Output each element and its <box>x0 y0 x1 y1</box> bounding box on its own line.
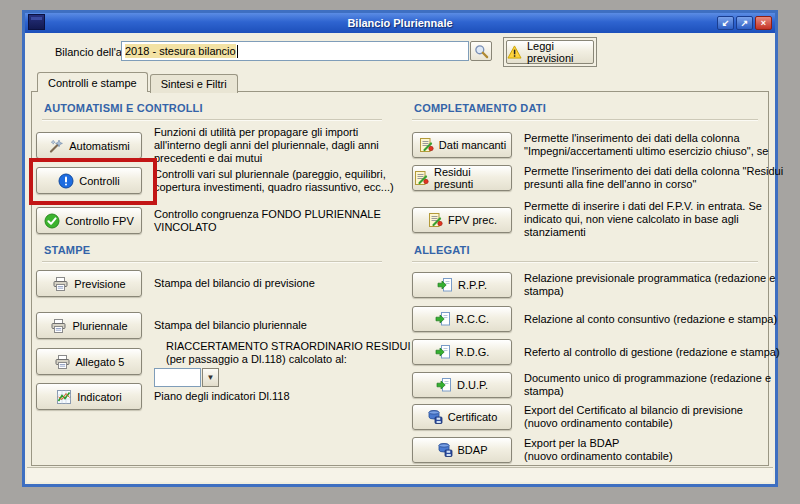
indicatori-button[interactable]: Indicatori <box>36 383 142 410</box>
tab-sintesi-e-filtri[interactable]: Sintesi e Filtri <box>150 74 238 93</box>
rcc-description: Relazione al conto consuntivo (redazione… <box>524 313 786 326</box>
section-divider <box>412 119 758 121</box>
tab-panel: AUTOMATISMI E CONTROLLI Automatismi Funz… <box>31 91 769 466</box>
row-dup: D.U.P. Documento unico di programmazione… <box>412 372 786 398</box>
search-button[interactable] <box>470 41 492 61</box>
automatismi-button[interactable]: Automatismi <box>36 132 142 159</box>
document-arrow-icon <box>436 377 452 393</box>
rdg-label: R.D.G. <box>456 346 490 358</box>
row-allegato-5: Allegato 5 <box>36 348 142 375</box>
section-title-allegati: ALLEGATI <box>414 244 470 256</box>
certificato-description: Export del Certificato al bilancio di pr… <box>524 404 786 430</box>
restore-right-button[interactable]: ↗ <box>736 16 753 30</box>
edit-document-icon <box>413 170 429 186</box>
row-rpp: R.P.P. Relazione previsionale programmat… <box>412 272 786 298</box>
status-bar <box>27 467 773 482</box>
dati-mancanti-label: Dati mancanti <box>439 139 506 151</box>
close-button[interactable]: × <box>755 16 772 30</box>
certificato-label: Certificato <box>448 411 498 423</box>
year-input[interactable]: 2018 - stesura bilancio <box>121 41 469 61</box>
tab-controlli-e-stampe[interactable]: Controlli e stampe <box>37 72 148 92</box>
tab-strip: Controlli e stampe Sintesi e Filtri <box>37 72 240 91</box>
residui-presunti-button[interactable]: Residui presunti <box>412 165 512 191</box>
export-database-icon <box>427 409 443 425</box>
document-arrow-icon <box>435 344 451 360</box>
controllo-fpv-button[interactable]: Controllo FPV <box>36 207 142 234</box>
read-forecasts-button[interactable]: Leggi previsioni <box>506 40 594 64</box>
row-certificato: Certificato Export del Certificato al bi… <box>412 404 786 430</box>
printer-icon <box>50 318 67 334</box>
restore-left-button[interactable]: ↙ <box>717 16 734 30</box>
pluriennale-label: Pluriennale <box>72 320 127 332</box>
allegato-5-button[interactable]: Allegato 5 <box>36 348 142 375</box>
search-icon <box>474 44 489 59</box>
application-icon <box>28 14 45 30</box>
document-arrow-icon <box>437 277 453 293</box>
magic-wand-icon <box>48 138 64 154</box>
row-indicatori: Indicatori Piano degli indicatori Dl.118 <box>36 383 406 410</box>
export-database-icon <box>437 442 453 458</box>
warning-icon <box>507 45 522 59</box>
certificato-button[interactable]: Certificato <box>412 404 512 430</box>
bdap-description: Export per la BDAP (nuovo ordinamento co… <box>524 437 786 463</box>
previsione-label: Previsione <box>74 278 125 290</box>
rdg-description: Referto al controllo di gestione (redazi… <box>524 346 786 359</box>
bdap-button[interactable]: BDAP <box>412 437 512 463</box>
allegato-5-description: RIACCERTAMENTO STRAORDINARIO RESIDUI (pe… <box>166 340 418 366</box>
row-dati-mancanti: Dati mancanti Permette l'inserimento dei… <box>412 132 786 158</box>
automatismi-label: Automatismi <box>69 140 130 152</box>
section-title-completamento-dati: COMPLETAMENTO DATI <box>414 102 546 114</box>
title-bar: Bilancio Pluriennale ↙ ↗ × <box>25 13 775 33</box>
rcc-button[interactable]: R.C.C. <box>412 306 512 332</box>
rpp-description: Relazione previsionale programmatica (re… <box>524 272 786 298</box>
document-arrow-icon <box>435 311 451 327</box>
fpv-prec-button[interactable]: FPV prec. <box>412 207 512 233</box>
section-title-automatismi: AUTOMATISMI E CONTROLLI <box>44 102 203 114</box>
residui-presunti-description: Permette l'inserimento dei dati della co… <box>524 165 786 191</box>
row-controllo-fpv: Controllo FPV Controllo congruenza FONDO… <box>36 207 406 234</box>
rcc-label: R.C.C. <box>456 313 489 325</box>
previsione-button[interactable]: Previsione <box>36 270 142 297</box>
section-divider <box>42 261 382 263</box>
previsione-description: Stampa del bilancio di previsione <box>154 277 406 290</box>
fpv-prec-label: FPV prec. <box>448 214 497 226</box>
row-previsione: Previsione Stampa del bilancio di previs… <box>36 270 406 297</box>
dup-description: Documento unico di programmazione (redaz… <box>524 372 786 398</box>
printer-icon <box>54 354 71 370</box>
row-bdap: BDAP Export per la BDAP (nuovo ordinamen… <box>412 437 786 463</box>
rpp-label: R.P.P. <box>458 279 487 291</box>
application-window: Bilancio Pluriennale ↙ ↗ × Bilancio dell… <box>22 10 778 487</box>
row-residui-presunti: Residui presunti Permette l'inserimento … <box>412 165 786 191</box>
text-caret <box>237 45 238 58</box>
row-rcc: R.C.C. Relazione al conto consuntivo (re… <box>412 306 786 332</box>
red-highlight-annotation <box>29 158 157 205</box>
pluriennale-description: Stampa del bilancio pluriennale <box>154 319 406 332</box>
rpp-button[interactable]: R.P.P. <box>412 272 512 298</box>
window-title: Bilancio Pluriennale <box>25 17 775 29</box>
section-divider <box>42 119 382 121</box>
edit-document-icon <box>418 137 434 153</box>
printer-icon <box>52 276 69 292</box>
row-rdg: R.D.G. Referto al controllo di gestione … <box>412 339 786 365</box>
pluriennale-button[interactable]: Pluriennale <box>36 312 142 339</box>
controlli-description: Controlli vari sul pluriennale (pareggio… <box>154 168 406 194</box>
green-check-icon <box>44 213 60 229</box>
section-title-stampe: STAMPE <box>44 244 90 256</box>
rdg-button[interactable]: R.D.G. <box>412 339 512 365</box>
chart-icon <box>56 389 72 405</box>
row-pluriennale: Pluriennale Stampa del bilancio plurienn… <box>36 312 406 339</box>
allegato-5-label: Allegato 5 <box>76 356 125 368</box>
year-input-value: 2018 - stesura bilancio <box>125 44 236 58</box>
automatismi-description: Funzioni di utilità per propagare gli im… <box>154 126 406 165</box>
dup-label: D.U.P. <box>457 379 488 391</box>
indicatori-description: Piano degli indicatori Dl.118 <box>154 390 406 403</box>
indicatori-label: Indicatori <box>77 391 122 403</box>
dup-button[interactable]: D.U.P. <box>412 372 512 398</box>
read-forecasts-button-frame: Leggi previsioni <box>503 37 597 67</box>
dati-mancanti-button[interactable]: Dati mancanti <box>412 132 512 158</box>
residui-presunti-label: Residui presunti <box>434 166 511 190</box>
read-forecasts-label: Leggi previsioni <box>527 40 593 64</box>
edit-document-icon <box>427 212 443 228</box>
bdap-label: BDAP <box>458 444 488 456</box>
controllo-fpv-description: Controllo congruenza FONDO PLURIENNALE V… <box>154 208 406 234</box>
